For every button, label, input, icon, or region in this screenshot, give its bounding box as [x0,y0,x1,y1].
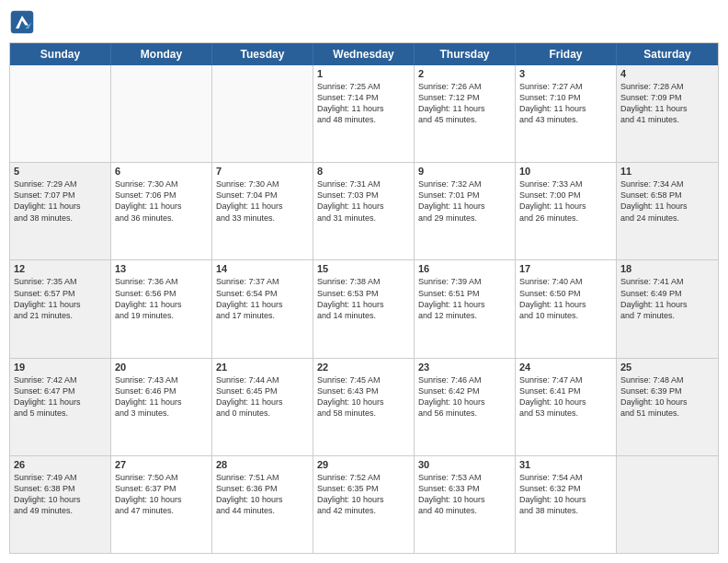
day-number: 6 [115,166,208,177]
day-number: 7 [216,166,309,177]
cell-info: Sunrise: 7:44 AM Sunset: 6:45 PM Dayligh… [216,374,309,419]
day-number: 5 [14,166,107,177]
calendar-cell: 12Sunrise: 7:35 AM Sunset: 6:57 PM Dayli… [10,260,111,357]
calendar-cell: 28Sunrise: 7:51 AM Sunset: 6:36 PM Dayli… [212,456,313,553]
calendar-cell: 19Sunrise: 7:42 AM Sunset: 6:47 PM Dayli… [10,359,111,455]
day-number: 25 [620,362,714,373]
calendar-cell [111,65,212,162]
cell-info: Sunrise: 7:35 AM Sunset: 6:57 PM Dayligh… [14,276,107,321]
day-number: 27 [115,459,208,470]
calendar-cell: 14Sunrise: 7:37 AM Sunset: 6:54 PM Dayli… [212,260,313,357]
day-number: 19 [14,362,107,373]
calendar-row: 5Sunrise: 7:29 AM Sunset: 7:07 PM Daylig… [10,162,718,259]
cell-info: Sunrise: 7:54 AM Sunset: 6:32 PM Dayligh… [519,472,612,517]
day-number: 29 [317,459,410,470]
calendar-cell: 18Sunrise: 7:41 AM Sunset: 6:49 PM Dayli… [617,260,718,357]
cell-info: Sunrise: 7:45 AM Sunset: 6:43 PM Dayligh… [317,374,410,419]
day-number: 9 [418,166,511,177]
day-number: 21 [216,362,309,373]
calendar-cell: 8Sunrise: 7:31 AM Sunset: 7:03 PM Daylig… [313,163,415,259]
day-number: 16 [418,263,511,274]
cell-info: Sunrise: 7:43 AM Sunset: 6:46 PM Dayligh… [115,374,208,419]
calendar-cell: 23Sunrise: 7:46 AM Sunset: 6:42 PM Dayli… [415,359,516,455]
calendar-row: 12Sunrise: 7:35 AM Sunset: 6:57 PM Dayli… [10,259,718,357]
calendar-row: 26Sunrise: 7:49 AM Sunset: 6:38 PM Dayli… [10,455,718,553]
cell-info: Sunrise: 7:28 AM Sunset: 7:09 PM Dayligh… [620,81,714,126]
page-header [9,9,719,35]
calendar-cell: 7Sunrise: 7:30 AM Sunset: 7:04 PM Daylig… [212,163,313,259]
day-number: 11 [620,166,714,177]
calendar-cell: 5Sunrise: 7:29 AM Sunset: 7:07 PM Daylig… [10,163,111,259]
day-number: 3 [519,68,612,79]
calendar-cell: 30Sunrise: 7:53 AM Sunset: 6:33 PM Dayli… [415,456,516,553]
cell-info: Sunrise: 7:25 AM Sunset: 7:14 PM Dayligh… [317,81,410,126]
day-number: 18 [620,263,714,274]
cell-info: Sunrise: 7:52 AM Sunset: 6:35 PM Dayligh… [317,472,410,517]
cell-info: Sunrise: 7:48 AM Sunset: 6:39 PM Dayligh… [620,374,714,419]
calendar-cell: 25Sunrise: 7:48 AM Sunset: 6:39 PM Dayli… [617,359,718,455]
calendar-body: 1Sunrise: 7:25 AM Sunset: 7:14 PM Daylig… [10,65,718,553]
day-number: 2 [418,68,511,79]
calendar-cell: 17Sunrise: 7:40 AM Sunset: 6:50 PM Dayli… [516,260,617,357]
calendar-cell: 15Sunrise: 7:38 AM Sunset: 6:53 PM Dayli… [313,260,415,357]
calendar-header-cell: Thursday [415,43,516,65]
calendar-cell: 31Sunrise: 7:54 AM Sunset: 6:32 PM Dayli… [516,456,617,553]
calendar-cell: 3Sunrise: 7:27 AM Sunset: 7:10 PM Daylig… [516,65,617,162]
cell-info: Sunrise: 7:51 AM Sunset: 6:36 PM Dayligh… [216,472,309,517]
calendar-cell: 6Sunrise: 7:30 AM Sunset: 7:06 PM Daylig… [111,163,212,259]
calendar-header-cell: Saturday [617,43,718,65]
day-number: 14 [216,263,309,274]
cell-info: Sunrise: 7:38 AM Sunset: 6:53 PM Dayligh… [317,276,410,321]
calendar-header-cell: Friday [516,43,617,65]
cell-info: Sunrise: 7:34 AM Sunset: 6:58 PM Dayligh… [620,178,714,224]
cell-info: Sunrise: 7:36 AM Sunset: 6:56 PM Dayligh… [115,276,208,321]
cell-info: Sunrise: 7:29 AM Sunset: 7:07 PM Dayligh… [14,178,107,224]
day-number: 28 [216,459,309,470]
day-number: 31 [519,459,612,470]
day-number: 30 [418,459,511,470]
cell-info: Sunrise: 7:30 AM Sunset: 7:06 PM Dayligh… [115,178,208,224]
day-number: 4 [620,68,714,79]
cell-info: Sunrise: 7:31 AM Sunset: 7:03 PM Dayligh… [317,178,410,224]
calendar-cell: 9Sunrise: 7:32 AM Sunset: 7:01 PM Daylig… [415,163,516,259]
cell-info: Sunrise: 7:39 AM Sunset: 6:51 PM Dayligh… [418,276,511,321]
calendar-cell: 26Sunrise: 7:49 AM Sunset: 6:38 PM Dayli… [10,456,111,553]
calendar: SundayMondayTuesdayWednesdayThursdayFrid… [9,42,719,554]
calendar-cell: 29Sunrise: 7:52 AM Sunset: 6:35 PM Dayli… [313,456,415,553]
cell-info: Sunrise: 7:42 AM Sunset: 6:47 PM Dayligh… [14,374,107,419]
calendar-header-cell: Sunday [10,43,111,65]
calendar-cell: 16Sunrise: 7:39 AM Sunset: 6:51 PM Dayli… [415,260,516,357]
calendar-cell: 1Sunrise: 7:25 AM Sunset: 7:14 PM Daylig… [313,65,415,162]
calendar-cell: 10Sunrise: 7:33 AM Sunset: 7:00 PM Dayli… [516,163,617,259]
cell-info: Sunrise: 7:49 AM Sunset: 6:38 PM Dayligh… [14,472,107,517]
cell-info: Sunrise: 7:40 AM Sunset: 6:50 PM Dayligh… [519,276,612,321]
calendar-cell: 22Sunrise: 7:45 AM Sunset: 6:43 PM Dayli… [313,359,415,455]
cell-info: Sunrise: 7:46 AM Sunset: 6:42 PM Dayligh… [418,374,511,419]
calendar-header-cell: Wednesday [313,43,415,65]
calendar-cell: 4Sunrise: 7:28 AM Sunset: 7:09 PM Daylig… [617,65,718,162]
day-number: 15 [317,263,410,274]
calendar-cell: 24Sunrise: 7:47 AM Sunset: 6:41 PM Dayli… [516,359,617,455]
day-number: 13 [115,263,208,274]
day-number: 12 [14,263,107,274]
calendar-cell: 20Sunrise: 7:43 AM Sunset: 6:46 PM Dayli… [111,359,212,455]
calendar-header-cell: Tuesday [212,43,313,65]
calendar-row: 1Sunrise: 7:25 AM Sunset: 7:14 PM Daylig… [10,65,718,162]
cell-info: Sunrise: 7:26 AM Sunset: 7:12 PM Dayligh… [418,81,511,126]
calendar-cell: 13Sunrise: 7:36 AM Sunset: 6:56 PM Dayli… [111,260,212,357]
calendar-cell: 2Sunrise: 7:26 AM Sunset: 7:12 PM Daylig… [415,65,516,162]
cell-info: Sunrise: 7:30 AM Sunset: 7:04 PM Dayligh… [216,178,309,224]
day-number: 1 [317,68,410,79]
calendar-cell [617,456,718,553]
day-number: 17 [519,263,612,274]
day-number: 22 [317,362,410,373]
cell-info: Sunrise: 7:41 AM Sunset: 6:49 PM Dayligh… [620,276,714,321]
cell-info: Sunrise: 7:50 AM Sunset: 6:37 PM Dayligh… [115,472,208,517]
svg-rect-0 [11,11,34,34]
calendar-cell [10,65,111,162]
day-number: 24 [519,362,612,373]
calendar-cell: 11Sunrise: 7:34 AM Sunset: 6:58 PM Dayli… [617,163,718,259]
cell-info: Sunrise: 7:37 AM Sunset: 6:54 PM Dayligh… [216,276,309,321]
day-number: 26 [14,459,107,470]
calendar-header-cell: Monday [111,43,212,65]
